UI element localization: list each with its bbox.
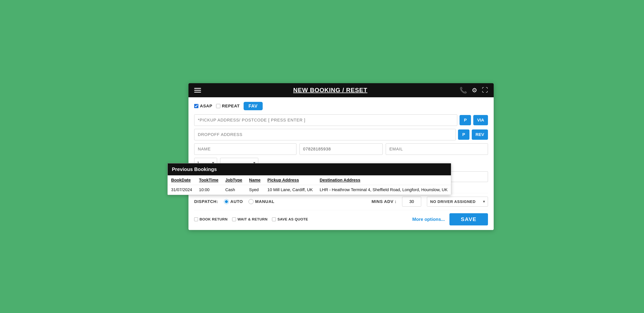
asap-checkbox[interactable] [194, 104, 198, 108]
via-button[interactable]: VIA [473, 115, 488, 125]
asap-checkbox-label[interactable]: ASAP [194, 104, 212, 109]
auto-radio[interactable] [224, 199, 229, 204]
top-options: ASAP REPEAT FAV [194, 102, 488, 110]
settings-icon[interactable]: ⚙ [472, 87, 477, 94]
driver-select-wrapper: NO DRIVER ASSIGNED [427, 197, 488, 207]
cell-destination: LHR - Heathrow Terminal 4, Sheffield Roa… [316, 185, 451, 195]
wait-return-checkbox[interactable] [232, 217, 236, 221]
email-input[interactable] [386, 143, 488, 155]
repeat-checkbox[interactable] [216, 104, 220, 108]
dispatch-row: DISPATCH: AUTO MANUAL MINS ADV : NO DRIV… [194, 193, 488, 210]
bottom-row: BOOK RETURN WAIT & RETURN SAVE AS QUOTE … [194, 213, 488, 225]
mins-adv-input[interactable] [402, 197, 421, 207]
contact-row [194, 143, 488, 155]
prev-bookings-panel: Previous Bookings BookDate TookTime JobT… [168, 163, 451, 195]
col-destination[interactable]: Destination Address [316, 175, 451, 185]
repeat-checkbox-label[interactable]: REPEAT [216, 104, 240, 109]
expand-icon[interactable]: ⛶ [482, 87, 488, 94]
pickup-p-button[interactable]: P [460, 115, 471, 125]
phone-input[interactable] [300, 143, 383, 155]
col-tooktime[interactable]: TookTime [196, 175, 222, 185]
dropoff-address-input[interactable] [194, 129, 456, 140]
manual-radio-label[interactable]: MANUAL [248, 199, 274, 204]
dropoff-p-button[interactable]: P [458, 130, 470, 140]
more-options-link[interactable]: More options... [412, 217, 445, 222]
driver-select[interactable]: NO DRIVER ASSIGNED [427, 197, 488, 207]
dispatch-label: DISPATCH: [194, 199, 218, 204]
name-input[interactable] [194, 143, 296, 155]
wait-return-label[interactable]: WAIT & RETURN [232, 217, 268, 221]
col-bookdate[interactable]: BookDate [168, 175, 196, 185]
auto-radio-label[interactable]: AUTO [224, 199, 243, 204]
dropoff-address-row: P REV [194, 129, 488, 140]
header-bar: NEW BOOKING / RESET 📞 ⚙ ⛶ [188, 83, 494, 97]
rev-button[interactable]: REV [472, 130, 488, 140]
cell-jobtype: Cash [222, 185, 246, 195]
page-title: NEW BOOKING / RESET [293, 87, 368, 94]
mins-adv-label: MINS ADV : [372, 199, 396, 204]
cell-name: Syed [246, 185, 264, 195]
pickup-address-input[interactable] [194, 114, 457, 126]
cell-tooktime: 10:00 [196, 185, 222, 195]
save-as-quote-label[interactable]: SAVE AS QUOTE [272, 217, 308, 221]
book-return-checkbox[interactable] [194, 217, 198, 221]
pickup-address-row: P VIA [194, 114, 488, 126]
table-row[interactable]: 31/07/2024 10:00 Cash Syed 10 Mill Lane,… [168, 185, 451, 195]
manual-radio[interactable] [248, 199, 254, 204]
repeat-label: REPEAT [222, 104, 240, 109]
col-pickup[interactable]: Pickup Address [264, 175, 316, 185]
save-button[interactable]: SAVE [450, 213, 488, 225]
prev-bookings-header-row: BookDate TookTime JobType Name Pickup Ad… [168, 175, 451, 185]
prev-bookings-table: BookDate TookTime JobType Name Pickup Ad… [168, 175, 451, 195]
cell-pickup: 10 Mill Lane, Cardiff, UK [264, 185, 316, 195]
header-icons: 📞 ⚙ ⛶ [460, 87, 488, 94]
phone-icon[interactable]: 📞 [460, 87, 467, 94]
book-return-label[interactable]: BOOK RETURN [194, 217, 228, 221]
asap-label: ASAP [200, 104, 212, 109]
fav-button[interactable]: FAV [244, 102, 263, 110]
menu-icon[interactable] [194, 88, 201, 93]
col-jobtype[interactable]: JobType [222, 175, 246, 185]
prev-bookings-header: Previous Bookings [168, 163, 451, 175]
col-name[interactable]: Name [246, 175, 264, 185]
cell-bookdate: 31/07/2024 [168, 185, 196, 195]
save-as-quote-checkbox[interactable] [272, 217, 276, 221]
